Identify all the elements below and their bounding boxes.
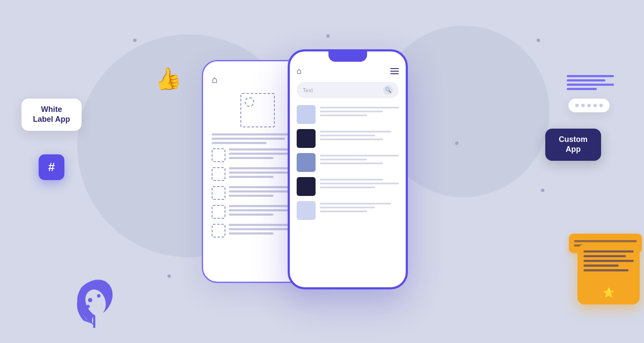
list-line	[320, 135, 375, 136]
orange-main-line	[583, 265, 619, 267]
list-line	[320, 131, 391, 132]
home-icon: ⌂	[297, 66, 302, 76]
wireframe-line	[229, 176, 273, 178]
orange-main-line	[583, 269, 629, 271]
wireframe-line	[229, 214, 273, 216]
hamburger-menu-icon	[390, 68, 399, 74]
search-bar[interactable]: Text 🔍	[297, 82, 399, 98]
custom-app-line1: Custom	[559, 135, 588, 144]
white-label-line1: White	[41, 105, 62, 114]
list-content-lines	[320, 105, 399, 118]
list-item	[297, 201, 399, 220]
thumbs-up-icon: 👍	[152, 64, 183, 93]
list-content-lines	[320, 201, 399, 214]
wireframe-line	[229, 172, 289, 174]
wireframe-box	[212, 186, 225, 200]
chat-dot	[599, 104, 603, 107]
list-line	[320, 211, 367, 212]
list-thumbnail	[297, 177, 316, 196]
wireframe-line	[229, 157, 273, 159]
wireframe-line	[229, 209, 289, 211]
wireframe-box	[212, 167, 225, 181]
list-line	[320, 155, 399, 156]
list-line	[320, 162, 383, 164]
search-icon: 🔍	[383, 85, 393, 95]
wireframe-line	[229, 195, 273, 197]
chat-dot	[575, 104, 579, 107]
svg-rect-3	[93, 315, 95, 328]
orange-card-content	[583, 250, 634, 271]
wireframe-line	[212, 142, 267, 144]
chat-bubble	[568, 99, 610, 112]
wireframe-box	[212, 224, 225, 238]
list-content-lines	[320, 129, 399, 142]
white-label-line2: Label App	[33, 115, 70, 123]
list-line	[320, 183, 399, 184]
list-line	[320, 111, 383, 112]
wireframe-image-placeholder	[240, 93, 275, 127]
custom-app-badge: Custom App	[545, 129, 601, 161]
phone-front-header: ⌂	[297, 66, 399, 76]
list-line	[320, 187, 375, 188]
list-content-lines	[320, 153, 399, 166]
decorative-dot	[326, 34, 330, 38]
list-line	[320, 107, 399, 108]
decorative-dot	[455, 141, 459, 145]
list-line	[320, 138, 383, 140]
list-line	[320, 179, 383, 181]
wireframe-line	[229, 190, 289, 193]
list-line	[320, 203, 391, 205]
list-item	[297, 153, 399, 172]
search-placeholder-text: Text	[303, 87, 313, 93]
deco-line	[567, 84, 614, 86]
white-label-badge: White Label App	[21, 99, 82, 131]
deco-line	[567, 79, 605, 81]
list-content-lines	[320, 177, 399, 190]
hamburger-line	[390, 73, 399, 74]
list-line	[320, 207, 375, 208]
list-item	[297, 177, 399, 196]
list-thumbnail	[297, 153, 316, 172]
hamburger-line	[390, 68, 399, 69]
custom-app-line2: App	[566, 145, 581, 153]
svg-point-0	[88, 298, 92, 302]
wireframe-line	[212, 138, 285, 140]
orange-main-line	[583, 255, 626, 257]
chat-dot	[593, 104, 597, 107]
hashtag-badge: #	[39, 154, 64, 180]
wireframe-box	[212, 205, 225, 219]
hamburger-line	[390, 71, 399, 72]
orange-main-line	[583, 260, 634, 262]
phone-front-notch	[328, 51, 367, 62]
phone-front: ⌂ Text 🔍	[288, 49, 408, 289]
list-item	[297, 129, 399, 148]
orange-main-line	[583, 250, 634, 253]
decorative-lines-group	[567, 75, 614, 90]
chat-dot	[581, 104, 585, 107]
list-line	[320, 159, 367, 160]
list-line	[320, 114, 367, 116]
monstera-leaf	[69, 274, 120, 330]
decorative-dot	[541, 189, 544, 192]
list-item	[297, 105, 399, 124]
list-thumbnail	[297, 201, 316, 220]
phone-notch	[240, 61, 275, 70]
deco-line	[567, 75, 614, 77]
svg-point-1	[97, 294, 100, 298]
wireframe-box	[212, 148, 225, 162]
decorative-dot	[167, 274, 171, 278]
star-icon: ⭐	[583, 287, 634, 298]
list-thumbnail	[297, 129, 316, 148]
chat-dot	[587, 104, 591, 107]
decorative-dot	[133, 39, 137, 42]
wireframe-line	[229, 232, 273, 235]
list-thumbnail	[297, 105, 316, 124]
decorative-dot	[537, 39, 540, 42]
hashtag-symbol: #	[48, 160, 55, 174]
orange-line	[574, 240, 637, 242]
orange-card-main: ⭐	[577, 244, 640, 304]
wireframe-line	[229, 228, 289, 230]
wireframe-line	[229, 153, 289, 155]
deco-line	[567, 88, 597, 90]
svg-point-2	[86, 305, 90, 308]
